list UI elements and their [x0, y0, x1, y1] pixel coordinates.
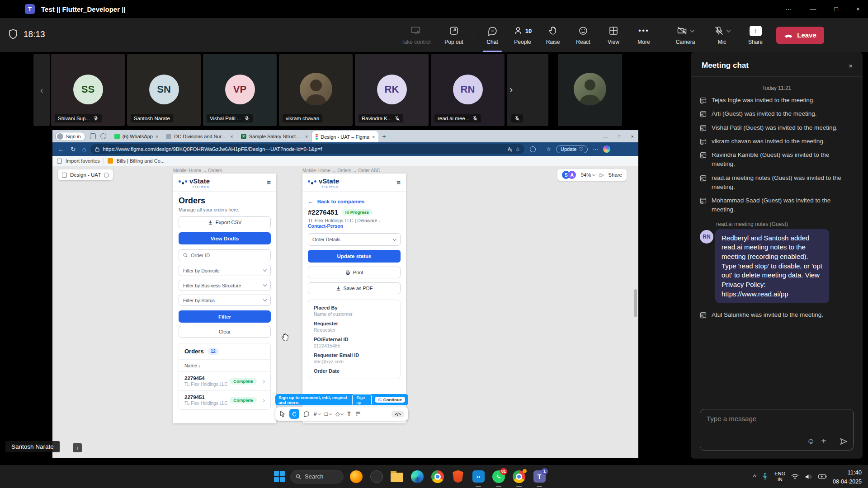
signup-button[interactable]: Sign up [352, 394, 372, 406]
hand-tool-icon-active[interactable] [289, 409, 299, 419]
browser-history-icon[interactable] [100, 133, 106, 139]
frame-tool[interactable]: # [314, 411, 321, 417]
order-row[interactable]: 2279454TL Flex Holdings LLC Complete › [179, 371, 270, 390]
browser-tab-dc-divisions[interactable]: DC Divisions and Surroundings× [162, 130, 237, 142]
teams-icon[interactable]: T1 [532, 469, 547, 484]
language-indicator[interactable]: ENGIN [774, 471, 785, 482]
chat-message-input[interactable]: Type a message ☺ + [700, 409, 854, 450]
tray-chevron-up-icon[interactable]: ^ [753, 473, 756, 480]
view-drafts-button[interactable]: View Drafts [179, 232, 271, 244]
camera-button[interactable]: Camera [668, 18, 703, 52]
export-csv-button[interactable]: Export CSV [179, 216, 271, 228]
clear-button[interactable]: Clear [179, 326, 271, 338]
hamburger-menu-icon[interactable]: ≡ [396, 178, 401, 186]
share-button[interactable]: ↑ Share [741, 18, 769, 52]
filter-domicile-select[interactable]: Filter by Domicile [179, 265, 271, 276]
participant-tile[interactable]: RK Ravindra K... [355, 54, 429, 126]
chat-close-icon[interactable]: × [849, 62, 853, 70]
figma-share-button[interactable]: Share [608, 172, 622, 178]
browser-signin-button[interactable]: Sign in [55, 132, 85, 141]
firefox-icon[interactable] [349, 469, 364, 484]
participant-tile[interactable]: SS Shivani Sup... [51, 54, 125, 126]
edge-icon[interactable] [410, 469, 425, 484]
order-details-select[interactable]: Order Details [308, 233, 401, 246]
new-tab-icon[interactable]: + [382, 133, 386, 140]
filter-business-structure-select[interactable]: Filter by Business Structure [179, 280, 271, 291]
browser-minimize-icon[interactable]: — [603, 134, 608, 139]
favorites-list-icon[interactable]: ☆ [546, 146, 551, 152]
text-tool[interactable]: T [347, 411, 350, 417]
raise-button[interactable]: Raise [539, 18, 567, 52]
dark-app-icon[interactable] [369, 469, 384, 484]
back-to-companies-link[interactable]: ← Back to companies [308, 199, 401, 204]
mic-options-chevron-icon[interactable] [726, 28, 731, 32]
save-as-pdf-button[interactable]: Save as PDF [308, 282, 401, 294]
order-id-search-input[interactable]: Order ID [179, 249, 271, 261]
clock[interactable]: 11:4008-04-2025 [833, 468, 862, 486]
brave-icon[interactable] [450, 469, 466, 484]
canvas-scrollbar[interactable] [634, 289, 637, 317]
camera-options-chevron-icon[interactable] [690, 28, 695, 32]
tab-close-icon[interactable]: × [372, 134, 375, 140]
participant-tile[interactable]: SN Santosh Narate [127, 54, 201, 126]
maximize-icon[interactable]: □ [834, 5, 838, 13]
taskbar-search-input[interactable]: Search [290, 470, 344, 483]
figma-present-icon[interactable]: ▷ [599, 172, 604, 178]
comment-tool-icon[interactable] [303, 411, 310, 417]
mockup-order-detail[interactable]: vStateFILINGS ≡ ← Back to companies #227… [302, 174, 406, 423]
import-favorites-link[interactable]: Import favorites [66, 158, 100, 164]
people-button[interactable]: 10 People [509, 18, 537, 52]
figma-menu-icon[interactable] [62, 173, 67, 178]
read-aloud-icon[interactable]: A) [508, 146, 512, 152]
participant-tile[interactable]: vikram chavan [279, 54, 353, 126]
browser-close-icon[interactable]: × [631, 134, 634, 139]
actions-tool-icon[interactable] [355, 411, 361, 417]
extensions-icon[interactable] [530, 146, 536, 152]
shape-tool[interactable]: □ [325, 411, 331, 417]
refresh-icon[interactable]: ↻ [71, 145, 76, 153]
dev-mode-toggle[interactable]: </> [392, 411, 404, 418]
volume-icon[interactable] [805, 474, 812, 480]
update-status-button[interactable]: Update status [308, 250, 401, 263]
favorite-star-icon[interactable]: ☆ [515, 146, 520, 152]
address-bar[interactable]: https://www.figma.com/design/9BKQ0FOHRWa… [90, 144, 524, 154]
chrome-icon[interactable] [430, 469, 445, 484]
more-button[interactable]: ••• More [630, 18, 658, 52]
bills-bookmark-link[interactable]: Bills | Billing and Co... [117, 158, 165, 164]
leave-button[interactable]: Leave [776, 27, 824, 44]
print-button[interactable]: Print [308, 267, 401, 278]
orders-column-header[interactable]: Name ↓ [179, 359, 270, 371]
tab-close-icon[interactable]: × [305, 134, 308, 139]
filter-button[interactable]: Filter [179, 310, 271, 323]
tab-close-icon[interactable]: × [156, 134, 158, 139]
battery-icon[interactable] [818, 474, 827, 479]
mockup-orders-list[interactable]: vStateFILINGS ≡ Orders Manage all your o… [173, 174, 276, 423]
move-tool-icon[interactable] [279, 411, 285, 417]
filmstrip-next-button[interactable]: › [509, 84, 513, 96]
filmstrip-prev-button[interactable]: ‹ [33, 54, 50, 126]
view-button[interactable]: View [599, 18, 627, 52]
whatsapp-icon[interactable]: 81 [491, 469, 506, 484]
figma-copy-icon[interactable] [104, 173, 109, 178]
browser-tab-excel[interactable]: X Sample Salary Structure with calc× [237, 130, 312, 142]
collaborator-avatar[interactable]: A [568, 171, 576, 179]
close-icon[interactable]: × [856, 5, 860, 13]
browser-more-icon[interactable]: ··· [593, 146, 598, 152]
participant-tile[interactable]: VP Vishal Patil ... [203, 54, 277, 126]
browser-tab-figma-active[interactable]: Design - UAT – Figma× [312, 131, 378, 142]
tab-close-icon[interactable]: × [230, 134, 233, 139]
back-icon[interactable]: ← [58, 145, 64, 153]
browser-workspaces-icon[interactable] [90, 133, 96, 139]
browser-maximize-icon[interactable]: □ [618, 134, 621, 139]
home-icon[interactable]: ⌂ [82, 145, 86, 153]
browser-update-button[interactable]: Update♡ [556, 145, 588, 153]
copilot-icon[interactable] [603, 145, 610, 153]
order-row[interactable]: 2279451TL Flex Holdings LLC Complete › [179, 390, 270, 409]
figma-zoom-control[interactable]: 94% [580, 172, 595, 178]
spotlight-tile[interactable] [558, 54, 622, 126]
emoji-icon[interactable]: ☺ [807, 437, 815, 446]
chat-button[interactable]: Chat [478, 18, 506, 52]
window-more-icon[interactable]: ··· [785, 5, 792, 13]
mic-button[interactable]: Mic [705, 18, 739, 52]
tray-mic-icon[interactable] [762, 473, 769, 480]
